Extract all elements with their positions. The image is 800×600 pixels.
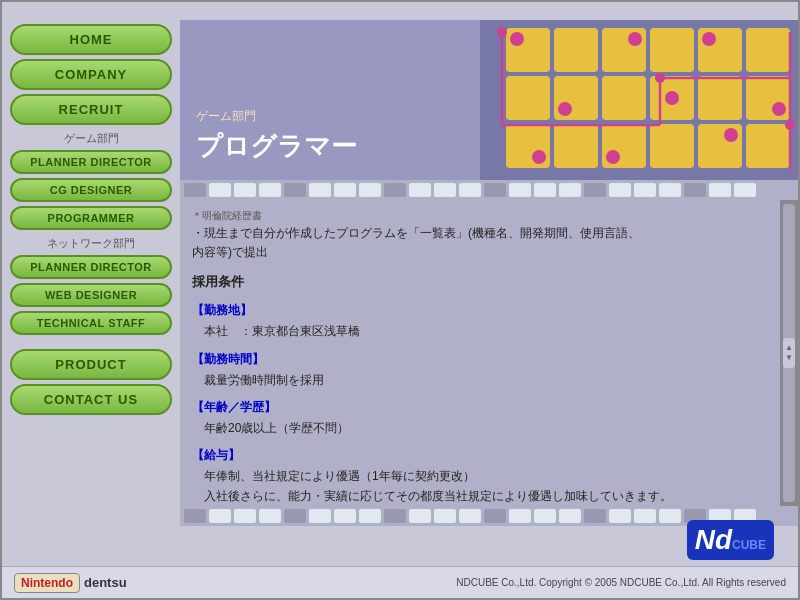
ndcube-logo: Nd CUBE (687, 520, 774, 560)
scroll-down-icon[interactable]: ▼ (785, 354, 793, 362)
nav-home[interactable]: HOME (10, 24, 172, 55)
nav-planner-director-2[interactable]: PLANNER DIRECTOR (10, 255, 172, 279)
note-text: ＊明倫院経歴書 (192, 208, 768, 224)
salary-value2: 入社後さらに、能力・実績に応じてその都度当社規定により優遇し加味していきます。 (204, 487, 768, 506)
nav-programmer[interactable]: PROGRAMMER (10, 206, 172, 230)
content-area: ゲーム部門 プログラマー (180, 20, 798, 566)
nav-planner-director-1[interactable]: PLANNER DIRECTOR (10, 150, 172, 174)
work-hours-value: 裁量労働時間制を採用 (204, 371, 768, 390)
recruit-heading: 採用条件 (192, 272, 768, 293)
nav-technical-staff[interactable]: TECHNICAL STAFF (10, 311, 172, 335)
age-label: 【年齢／学歴】 (192, 398, 768, 417)
scrollbar[interactable]: ▲ ▼ (780, 200, 798, 506)
content-bottom: Nd CUBE (180, 506, 798, 566)
nintendo-logo: Nintendo (14, 573, 80, 593)
nav-product[interactable]: PRODUCT (10, 349, 172, 380)
nav-cg-designer[interactable]: CG DESIGNER (10, 178, 172, 202)
salary-label: 【給与】 (192, 446, 768, 465)
content-body: ＊明倫院経歴書 ・現生まで自分が作成したプログラムを「一覧表」(機種名、開発期間… (180, 200, 798, 506)
header-title: プログラマー (196, 129, 464, 164)
nav-company[interactable]: COMPANY (10, 59, 172, 90)
work-location-label: 【勤務地】 (192, 301, 768, 320)
nav-recruit[interactable]: RECRUIT (10, 94, 172, 125)
footer: Nintendo dentsu NDCUBE Co.,Ltd. Copyrigh… (2, 566, 798, 598)
cube-text: CUBE (732, 538, 766, 552)
dot-grid (506, 28, 790, 168)
text-scroll-area[interactable]: ＊明倫院経歴書 ・現生まで自分が作成したプログラムを「一覧表」(機種名、開発期間… (180, 200, 780, 506)
grid-decoration (480, 20, 798, 180)
nd-text: Nd (695, 524, 732, 556)
bullet1: ・現生まで自分が作成したプログラムを「一覧表」(機種名、開発期間、使用言語、 (192, 224, 768, 243)
work-location-value: 本社 ：東京都台東区浅草橋 (204, 322, 768, 341)
section-game-label: ゲーム部門 (10, 129, 172, 146)
footer-left: Nintendo dentsu (14, 573, 127, 593)
scrollbar-thumb[interactable]: ▲ ▼ (783, 338, 795, 368)
scroll-up-icon[interactable]: ▲ (785, 344, 793, 352)
salary-value1: 年俸制、当社規定により優遇（1年毎に契約更改） (204, 467, 768, 486)
bullet1b: 内容等)で提出 (192, 243, 768, 262)
dentsu-text: dentsu (84, 575, 127, 590)
work-hours-label: 【勤務時間】 (192, 350, 768, 369)
content-header: ゲーム部門 プログラマー (180, 20, 798, 180)
nav-web-designer[interactable]: WEB DESIGNER (10, 283, 172, 307)
age-value: 年齢20歳以上（学歴不問） (204, 419, 768, 438)
film-strip-top (180, 180, 798, 200)
header-sub: ゲーム部門 (196, 108, 464, 125)
header-text: ゲーム部門 プログラマー (180, 20, 480, 180)
footer-copyright: NDCUBE Co.,Ltd. Copyright © 2005 NDCUBE … (456, 577, 786, 588)
nav-contact-us[interactable]: CONTACT US (10, 384, 172, 415)
sidebar: HOME COMPANY RECRUIT ゲーム部門 PLANNER DIREC… (2, 20, 180, 566)
section-network-label: ネットワーク部門 (10, 234, 172, 251)
